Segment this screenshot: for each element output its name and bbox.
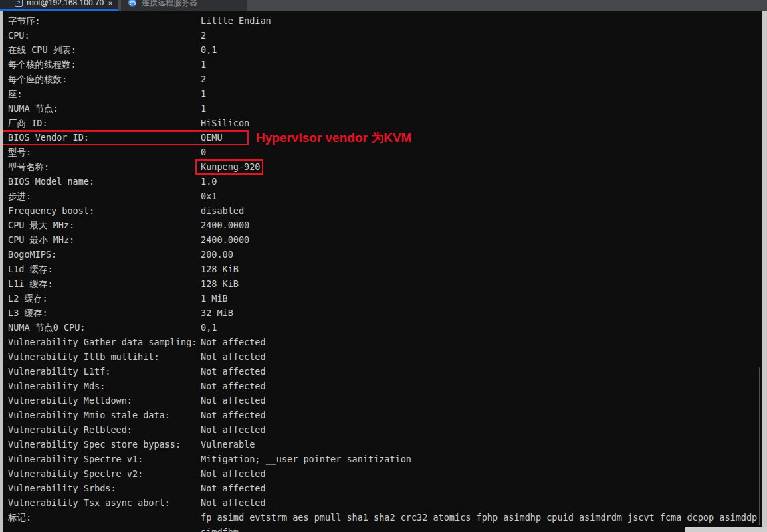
row-label: 在线 CPU 列表: xyxy=(8,43,201,57)
tab-title: 连接远程服务器 xyxy=(142,0,197,8)
terminal-row: 型号名称:Kunpeng-920 xyxy=(0,159,767,174)
row-value: 0x1 xyxy=(201,191,217,201)
horizontal-scrollbar-thumb[interactable] xyxy=(685,527,767,532)
terminal-row: CPU:2 xyxy=(0,28,767,43)
row-label: L3 缓存: xyxy=(8,306,201,320)
row-label: BIOS Model name: xyxy=(8,174,201,189)
terminal-row: 每个核的线程数:1 xyxy=(0,57,767,72)
active-tab-underline xyxy=(0,9,118,11)
vertical-scrollbar-thumb[interactable] xyxy=(759,367,760,525)
terminal-row: 字节序:Little Endian xyxy=(0,13,767,28)
row-value: Mitigation; __user pointer sanitization xyxy=(201,454,411,464)
row-label: 每个座的核数: xyxy=(8,72,201,86)
terminal-row: Vulnerability L1tf:Not affected xyxy=(0,364,767,379)
row-label: L2 缓存: xyxy=(8,291,201,306)
terminal-row: 标记:fp asimd evtstrm aes pmull sha1 sha2 … xyxy=(0,510,767,525)
terminal-row: Vulnerability Tsx async abort:Not affect… xyxy=(0,495,767,510)
row-value: Little Endian xyxy=(201,15,271,26)
terminal-row: Vulnerability Spectre v2:Not affected xyxy=(0,466,767,481)
row-label: Vulnerability Mmio stale data: xyxy=(8,408,201,422)
terminal-row: Vulnerability Srbds:Not affected xyxy=(0,481,767,495)
row-label: Vulnerability Meltdown: xyxy=(8,393,201,408)
row-label: Vulnerability Tsx async abort: xyxy=(8,495,201,510)
terminal-screen[interactable]: 字节序:Little EndianCPU:2在线 CPU 列表:0,1每个核的线… xyxy=(0,11,767,532)
row-value: 1 MiB xyxy=(201,293,228,304)
row-label: 每个核的线程数: xyxy=(8,57,201,72)
row-value: 1 xyxy=(201,59,206,70)
row-value: 2 xyxy=(201,30,206,41)
globe-icon xyxy=(128,0,136,7)
row-label: NUMA 节点: xyxy=(8,101,201,116)
row-label: Vulnerability Spectre v2: xyxy=(8,466,201,481)
terminal-row: CPU 最小 MHz:2400.0000 xyxy=(0,232,767,247)
terminal-row: simdfhm xyxy=(0,525,767,532)
row-value: 128 KiB xyxy=(201,278,239,289)
row-value: 1 xyxy=(201,103,206,114)
row-label: L1i 缓存: xyxy=(8,276,201,291)
terminal-icon: > xyxy=(15,0,23,7)
row-label: Vulnerability Retbleed: xyxy=(8,422,201,437)
terminal-row: 步进:0x1 xyxy=(0,189,767,203)
terminal-row: Vulnerability Spectre v1:Mitigation; __u… xyxy=(0,452,767,466)
row-value: Not affected xyxy=(201,497,266,508)
row-value: Not affected xyxy=(201,337,266,347)
row-value: 2400.0000 xyxy=(201,234,249,245)
row-value: 2400.0000 xyxy=(201,220,249,230)
terminal-row: Vulnerability Mmio stale data:Not affect… xyxy=(0,408,767,422)
row-label: CPU 最大 MHz: xyxy=(8,218,201,232)
tab-ssh-session[interactable]: > root@192.168.100.70 ✕ xyxy=(0,0,118,11)
terminal-row: Vulnerability Spec store bypass:Vulnerab… xyxy=(0,437,767,452)
terminal-row: 在线 CPU 列表:0,1 xyxy=(0,43,767,57)
tab-bar: > root@192.168.100.70 ✕ 连接远程服务器 xyxy=(0,0,767,11)
row-label: L1d 缓存: xyxy=(8,262,201,276)
row-label: Vulnerability L1tf: xyxy=(8,364,201,379)
row-label: 字节序: xyxy=(8,13,201,28)
row-value: 0 xyxy=(201,147,206,157)
row-value: Not affected xyxy=(201,410,266,420)
left-window-edge xyxy=(0,11,3,532)
row-label: Vulnerability Itlb multihit: xyxy=(8,349,201,364)
row-value: Vulnerable xyxy=(201,439,255,450)
row-value: Not affected xyxy=(201,366,266,377)
row-label: Vulnerability Spec store bypass: xyxy=(8,437,201,452)
row-value: Not affected xyxy=(201,351,266,362)
row-value: disabled xyxy=(201,205,244,216)
terminal-row: 每个座的核数:2 xyxy=(0,72,767,86)
row-label: Vulnerability Mds: xyxy=(8,379,201,393)
row-label: 型号名称: xyxy=(8,159,201,174)
terminal-output: 字节序:Little EndianCPU:2在线 CPU 列表:0,1每个核的线… xyxy=(0,13,767,532)
row-label: 步进: xyxy=(8,189,201,203)
terminal-row: 座:1 xyxy=(0,86,767,101)
row-value: 0,1 xyxy=(201,44,217,55)
row-value: 32 MiB xyxy=(201,308,233,318)
tab-remote-server[interactable]: 连接远程服务器 xyxy=(121,0,247,11)
terminal-row: BogoMIPS:200.00 xyxy=(0,247,767,262)
row-label: CPU 最小 MHz: xyxy=(8,232,201,247)
terminal-row: Vulnerability Mds:Not affected xyxy=(0,379,767,393)
terminal-row: L1i 缓存:128 KiB xyxy=(0,276,767,291)
row-value: Not affected xyxy=(201,381,266,391)
terminal-row: Vulnerability Gather data sampling:Not a… xyxy=(0,335,767,349)
annotation-box-model-name xyxy=(195,159,263,175)
terminal-row: Vulnerability Retbleed:Not affected xyxy=(0,422,767,437)
row-value: HiSilicon xyxy=(201,118,249,128)
row-value: Not affected xyxy=(201,483,266,493)
row-label: 座: xyxy=(8,86,201,101)
row-value: 200.00 xyxy=(201,249,233,260)
row-label: CPU: xyxy=(8,28,201,43)
row-value: Not affected xyxy=(201,424,266,435)
row-label: 厂商 ID: xyxy=(8,116,201,130)
terminal-row: L2 缓存:1 MiB xyxy=(0,291,767,306)
tab-title: root@192.168.100.70 xyxy=(27,0,104,8)
vertical-scrollbar-track[interactable] xyxy=(762,11,767,532)
close-icon[interactable]: ✕ xyxy=(105,0,116,9)
terminal-row: Vulnerability Meltdown:Not affected xyxy=(0,393,767,408)
row-value: 2 xyxy=(201,74,206,84)
row-label: Vulnerability Gather data sampling: xyxy=(8,335,201,349)
row-label: Frequency boost: xyxy=(8,203,201,218)
row-value: Not affected xyxy=(201,468,266,479)
terminal-row: Vulnerability Itlb multihit:Not affected xyxy=(0,349,767,364)
row-value: fp asimd evtstrm aes pmull sha1 sha2 crc… xyxy=(201,512,767,523)
row-value: 1.0 xyxy=(201,176,217,187)
annotation-note: Hypervisor vendor 为KVM xyxy=(256,130,411,146)
